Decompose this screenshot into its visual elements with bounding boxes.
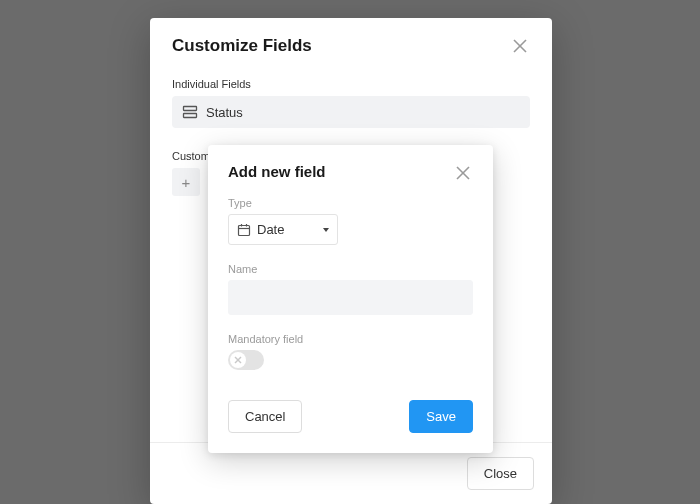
- field-row-label: Status: [206, 105, 243, 120]
- inner-modal-header: Add new field: [228, 163, 473, 183]
- calendar-icon: [237, 223, 251, 237]
- status-field-icon: [182, 104, 198, 120]
- plus-icon: +: [182, 174, 191, 191]
- close-icon[interactable]: [453, 163, 473, 183]
- chevron-down-icon: [323, 228, 329, 232]
- mandatory-label: Mandatory field: [228, 333, 473, 345]
- add-field-button[interactable]: +: [172, 168, 200, 196]
- field-row-status[interactable]: Status: [172, 96, 530, 128]
- toggle-off-knob: [230, 352, 246, 368]
- mandatory-group: Mandatory field: [228, 333, 473, 370]
- modal-header: Customize Fields: [150, 18, 552, 66]
- add-field-modal: Add new field Type Date Name: [208, 145, 493, 453]
- type-select[interactable]: Date: [228, 214, 338, 245]
- name-input[interactable]: [228, 280, 473, 315]
- type-group: Type Date: [228, 197, 473, 245]
- inner-modal-title: Add new field: [228, 163, 326, 180]
- modal-title: Customize Fields: [172, 36, 312, 56]
- save-button[interactable]: Save: [409, 400, 473, 433]
- mandatory-toggle[interactable]: [228, 350, 264, 370]
- svg-rect-3: [184, 114, 197, 118]
- svg-rect-2: [184, 107, 197, 111]
- svg-rect-6: [239, 225, 250, 235]
- name-group: Name: [228, 263, 473, 315]
- type-label: Type: [228, 197, 473, 209]
- cancel-button[interactable]: Cancel: [228, 400, 302, 433]
- individual-fields-label: Individual Fields: [172, 78, 530, 90]
- type-select-value: Date: [257, 222, 284, 237]
- close-icon[interactable]: [510, 36, 530, 56]
- close-button[interactable]: Close: [467, 457, 534, 490]
- inner-modal-footer: Cancel Save: [228, 400, 473, 433]
- name-label: Name: [228, 263, 473, 275]
